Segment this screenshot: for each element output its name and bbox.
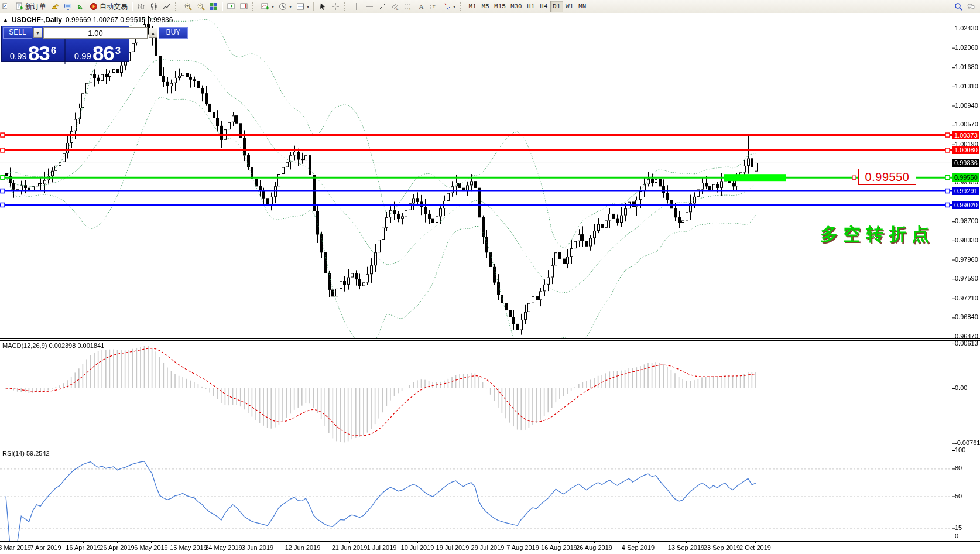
toolbar-right: [952, 1, 980, 12]
periods-icon: [279, 2, 287, 11]
sell-price-button[interactable]: 0.99836: [2, 39, 64, 64]
one-click-top-row: SELL ▼ ▲ BUY: [2, 26, 129, 39]
buy-button[interactable]: BUY: [159, 27, 188, 39]
sell-button[interactable]: SELL: [3, 27, 32, 39]
y-axis-tick-label: 0.97590: [955, 275, 978, 282]
chart-shift-icon: [240, 2, 248, 11]
zoom-out-button[interactable]: [194, 1, 207, 12]
indicators-dropdown-icon[interactable]: ▾: [272, 4, 274, 9]
y-axis-tick-label: 1.01680: [955, 63, 978, 71]
templates-button[interactable]: ▾: [294, 1, 311, 12]
chart-text-annotation[interactable]: 多空转折点: [820, 223, 934, 247]
line-chart-icon: [163, 2, 171, 11]
auto-scroll-icon: [227, 2, 235, 11]
auto-scroll-button[interactable]: [225, 1, 238, 12]
date-label: 4 Sep 2019: [622, 544, 655, 551]
horizontal-line-button[interactable]: [363, 1, 376, 12]
bar-chart-button[interactable]: [135, 1, 148, 12]
arrows-dropdown-icon[interactable]: ▾: [453, 4, 455, 9]
price-badge: 0.99020: [952, 201, 979, 209]
timeframe-m30-button[interactable]: M30: [508, 1, 525, 12]
toolbar-separator: [252, 2, 256, 11]
search-button[interactable]: [952, 1, 965, 12]
bar-chart-icon: [137, 2, 145, 11]
buy-price-button[interactable]: 0.99863: [66, 39, 129, 64]
timeframe-w1-button[interactable]: W1: [563, 1, 576, 12]
date-label: 16 Apr 2019: [66, 544, 100, 551]
autotrade-button[interactable]: 自动交易: [87, 1, 130, 12]
svg-text:E: E: [396, 7, 399, 11]
signals-button[interactable]: [74, 1, 87, 12]
text-label-button[interactable]: T: [427, 1, 440, 12]
cursor-button[interactable]: [316, 1, 329, 12]
zoom-in-button[interactable]: [181, 1, 194, 12]
date-label: 23 Sep 2019: [704, 544, 740, 551]
signals-icon: [77, 2, 85, 11]
timeframe-h1-button[interactable]: H1: [525, 1, 537, 12]
search-icon: [954, 2, 962, 11]
date-label: 7 Aug 2019: [506, 544, 539, 551]
periods-button[interactable]: ▾: [276, 1, 294, 12]
volume-up-button[interactable]: ▲: [149, 28, 157, 38]
crosshair-button[interactable]: [329, 1, 342, 12]
new-chart-button[interactable]: [0, 1, 13, 12]
toolbar-separator: [175, 2, 179, 11]
y-axis-tick-label: 1.00570: [955, 121, 978, 128]
macd-indicator-label: MACD(12,26,9) 0.002398 0.001841: [2, 342, 104, 349]
timeframe-h4-button[interactable]: H4: [537, 1, 550, 12]
arrows-button[interactable]: ▾: [440, 1, 458, 12]
price-text-label[interactable]: 0.99550: [858, 169, 916, 185]
date-label: 3 Jun 2019: [242, 544, 273, 551]
indicators-button[interactable]: ▾: [259, 1, 276, 12]
y-axis-tick-label: 80: [955, 464, 962, 472]
volume-down-button[interactable]: ▼: [33, 28, 42, 38]
virtual-hosting-button[interactable]: [61, 1, 74, 12]
toolbar-group: EFAT▾: [350, 0, 458, 13]
timeframe-d1-button[interactable]: D1: [550, 1, 563, 12]
toolbar-separator: [313, 2, 314, 11]
new-order-button[interactable]: 新订单: [13, 1, 49, 12]
y-axis-tick-label: 1.02430: [955, 25, 978, 32]
candlestick-chart-button[interactable]: [148, 1, 160, 12]
date-label: 26 Apr 2019: [100, 544, 134, 551]
text-label-icon: T: [430, 2, 438, 11]
y-axis-tick-label: 100: [955, 446, 965, 454]
ohlc-quote-label: 0.99669 1.00267 0.99515 0.99836: [66, 16, 173, 24]
toolbar-group: 新订单自动交易: [0, 0, 130, 13]
templates-dropdown-icon[interactable]: ▾: [307, 4, 309, 9]
new-order-label: 新订单: [25, 2, 46, 12]
toolbar-separator: [222, 2, 223, 11]
chat-button[interactable]: [965, 1, 978, 12]
date-label: 7 Apr 2019: [30, 544, 61, 551]
periods-dropdown-icon[interactable]: ▾: [289, 4, 292, 9]
tile-windows-icon: [210, 2, 218, 11]
vertical-line-button[interactable]: [350, 1, 363, 12]
tile-windows-button[interactable]: [207, 1, 220, 12]
timeframe-m1-button[interactable]: M1: [466, 1, 479, 12]
timeframe-m15-button[interactable]: M15: [492, 1, 508, 12]
equidistant-channel-button[interactable]: E: [389, 1, 402, 12]
trendline-button[interactable]: [376, 1, 389, 12]
toolbar-group: ▾▾▾: [259, 0, 311, 13]
buy-price-sup: 3: [115, 39, 121, 63]
one-click-price-row: 0.99836 0.99863: [2, 39, 129, 64]
volume-input[interactable]: [43, 27, 148, 39]
text-button[interactable]: A: [414, 1, 427, 12]
gold-button[interactable]: [49, 1, 61, 12]
sell-price-small: 0.99: [10, 50, 27, 63]
chart-title: ▲ USDCHF-,Daily 0.99669 1.00267 0.99515 …: [3, 16, 173, 24]
sell-label: SELL: [8, 28, 27, 37]
price-chart-canvas[interactable]: [0, 13, 980, 554]
date-label: 6 May 2019: [134, 544, 167, 551]
sell-price-sup: 6: [51, 39, 56, 63]
zoom-out-icon: [197, 2, 205, 11]
toolbar-separator: [132, 2, 133, 11]
timeframe-group: M1M5M15M30H1H4D1W1MN: [466, 0, 589, 13]
price-badge: 0.99550: [952, 173, 979, 182]
date-label: 24 May 2019: [205, 544, 242, 551]
line-chart-button[interactable]: [160, 1, 173, 12]
fibonacci-button[interactable]: F: [402, 1, 414, 12]
timeframe-m5-button[interactable]: M5: [479, 1, 492, 12]
timeframe-mn-button[interactable]: MN: [576, 1, 589, 12]
chart-shift-button[interactable]: [238, 1, 251, 12]
